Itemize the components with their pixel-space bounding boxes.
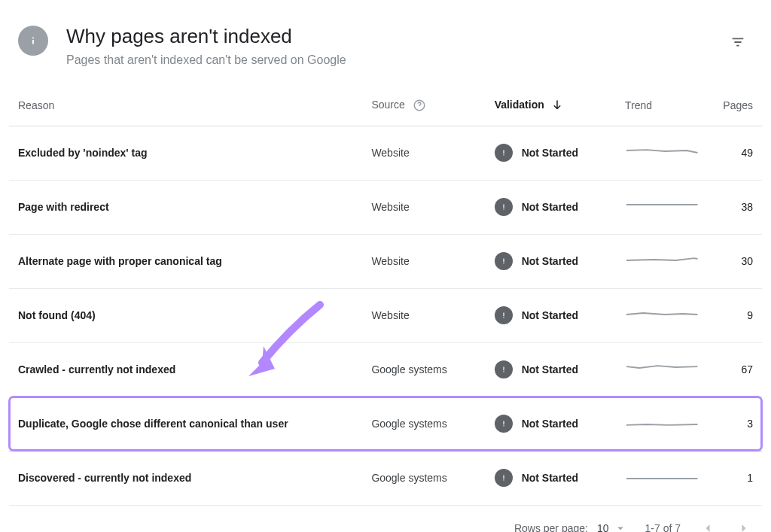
table-row[interactable]: Excluded by 'noindex' tag Website Not St… — [9, 126, 762, 180]
table-row[interactable]: Duplicate, Google chose different canoni… — [9, 397, 762, 451]
source-cell: Google systems — [362, 397, 485, 451]
validation-status: Not Started — [522, 418, 578, 430]
exclamation-icon — [495, 360, 513, 378]
pages-cell: 49 — [709, 126, 762, 180]
pages-cell: 1 — [709, 451, 762, 505]
source-cell: Website — [362, 288, 485, 342]
trend-sparkline — [625, 358, 699, 379]
source-cell: Website — [362, 126, 485, 180]
trend-cell — [616, 234, 708, 288]
trend-sparkline — [625, 141, 699, 163]
trend-sparkline — [625, 412, 699, 433]
column-header-pages[interactable]: Pages — [709, 85, 762, 126]
trend-cell — [616, 180, 708, 234]
validation-cell[interactable]: Not Started — [486, 126, 616, 180]
validation-cell[interactable]: Not Started — [486, 451, 616, 505]
trend-sparkline — [625, 304, 699, 325]
trend-cell — [616, 342, 708, 397]
pages-cell: 67 — [709, 342, 762, 397]
table-row[interactable]: Page with redirect Website Not Started 3… — [9, 180, 762, 234]
trend-sparkline — [625, 196, 699, 217]
arrow-down-icon — [547, 99, 564, 111]
pages-cell: 3 — [709, 397, 762, 451]
exclamation-icon — [495, 252, 513, 270]
source-cell: Google systems — [362, 342, 485, 397]
validation-status: Not Started — [522, 472, 578, 484]
column-header-reason[interactable]: Reason — [9, 85, 362, 126]
table-row[interactable]: Not found (404) Website Not Started 9 — [9, 288, 762, 342]
page-subtitle: Pages that aren't indexed can't be serve… — [66, 53, 705, 67]
reason-cell: Discovered - currently not indexed — [9, 451, 362, 505]
pages-cell: 30 — [709, 234, 762, 288]
chevron-left-icon — [700, 521, 715, 532]
validation-status: Not Started — [522, 201, 578, 213]
exclamation-icon — [495, 306, 513, 324]
validation-status: Not Started — [522, 309, 578, 321]
validation-status: Not Started — [522, 147, 578, 159]
validation-cell[interactable]: Not Started — [486, 397, 616, 451]
pagination-range: 1-7 of 7 — [645, 522, 681, 532]
validation-cell[interactable]: Not Started — [486, 288, 616, 342]
table-row[interactable]: Alternate page with proper canonical tag… — [9, 234, 762, 288]
trend-cell — [616, 126, 708, 180]
column-header-trend[interactable]: Trend — [616, 85, 708, 126]
trend-cell — [616, 451, 708, 505]
chevron-right-icon — [736, 521, 751, 532]
column-header-validation[interactable]: Validation — [486, 85, 616, 126]
help-icon[interactable] — [413, 99, 426, 112]
rows-per-page-label: Rows per page: — [514, 522, 588, 532]
reason-cell: Excluded by 'noindex' tag — [9, 126, 362, 180]
pages-cell: 38 — [709, 180, 762, 234]
page-title: Why pages aren't indexed — [66, 24, 705, 49]
validation-cell[interactable]: Not Started — [486, 342, 616, 397]
exclamation-icon — [495, 469, 513, 487]
filter-icon — [730, 34, 746, 50]
trend-cell — [616, 288, 708, 342]
trend-sparkline — [625, 250, 699, 271]
source-cell: Website — [362, 180, 485, 234]
pages-cell: 9 — [709, 288, 762, 342]
reason-cell: Crawled - currently not indexed — [9, 342, 362, 397]
table-row[interactable]: Crawled - currently not indexed Google s… — [9, 342, 762, 397]
column-header-source[interactable]: Source — [362, 85, 485, 126]
next-page-button[interactable] — [735, 519, 753, 532]
rows-per-page-select[interactable]: 10 — [597, 521, 627, 532]
info-icon — [18, 26, 48, 56]
exclamation-icon — [495, 144, 513, 162]
prev-page-button[interactable] — [699, 519, 717, 532]
validation-cell[interactable]: Not Started — [486, 234, 616, 288]
reason-cell: Duplicate, Google chose different canoni… — [9, 397, 362, 451]
filter-button[interactable] — [723, 27, 753, 57]
chevron-down-icon — [614, 521, 627, 532]
validation-status: Not Started — [522, 255, 578, 267]
reason-cell: Alternate page with proper canonical tag — [9, 234, 362, 288]
exclamation-icon — [495, 415, 513, 433]
exclamation-icon — [495, 198, 513, 216]
reason-cell: Page with redirect — [9, 180, 362, 234]
trend-cell — [616, 397, 708, 451]
source-cell: Google systems — [362, 451, 485, 505]
validation-status: Not Started — [522, 363, 578, 375]
reason-cell: Not found (404) — [9, 288, 362, 342]
source-cell: Website — [362, 234, 485, 288]
validation-cell[interactable]: Not Started — [486, 180, 616, 234]
table-row[interactable]: Discovered - currently not indexed Googl… — [9, 451, 762, 505]
trend-sparkline — [625, 467, 699, 488]
